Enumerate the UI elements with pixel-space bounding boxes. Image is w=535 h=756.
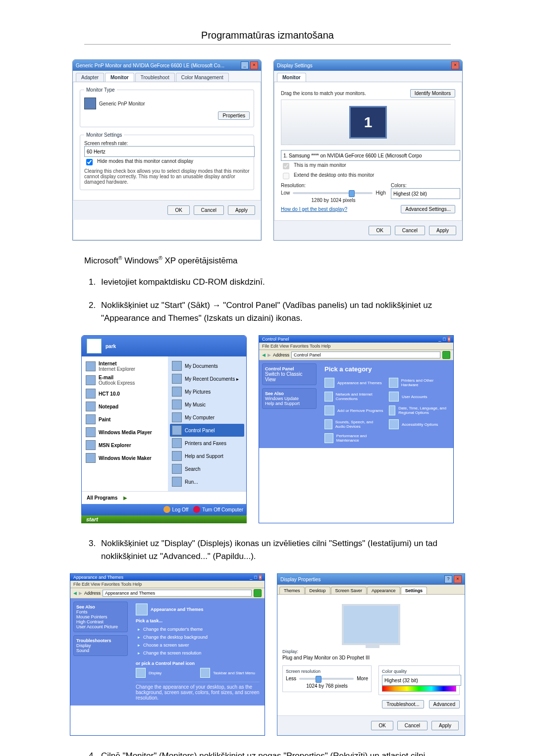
category-item[interactable]: Performance and Maintenance — [324, 433, 384, 443]
start-item[interactable]: Paint — [84, 413, 166, 426]
monitor-layout[interactable]: 1 — [281, 100, 455, 145]
apply-button[interactable]: Apply — [228, 205, 255, 215]
tab-colormgmt[interactable]: Color Management — [176, 73, 229, 82]
task-link[interactable]: ▸ Change the computer's theme — [136, 625, 260, 633]
cancel-button[interactable]: Cancel — [395, 226, 425, 235]
side-item[interactable]: Display — [76, 643, 91, 648]
task-link[interactable]: ▸ Choose a screen saver — [136, 641, 260, 649]
start-item[interactable]: E-mailOutlook Express — [84, 373, 166, 387]
max-button[interactable]: □ — [254, 575, 257, 580]
category-item[interactable]: Sounds, Speech, and Audio Devices — [324, 419, 384, 429]
category-item[interactable]: User Accounts — [389, 392, 448, 402]
apply-button[interactable]: Apply — [431, 721, 459, 730]
cp-icon-taskbar[interactable]: Taskbar and Start Menu — [200, 668, 260, 678]
all-programs[interactable]: All Programs ▶ — [85, 494, 243, 502]
start-button[interactable]: start — [81, 515, 247, 523]
close-button[interactable]: × — [250, 61, 258, 69]
tab-monitor[interactable]: Monitor — [277, 73, 306, 82]
tab-screensaver[interactable]: Screen Saver — [331, 587, 367, 594]
start-item[interactable]: Windows Movie Maker — [84, 452, 166, 464]
tab-appearance[interactable]: Appearance — [367, 587, 400, 594]
color-quality-select[interactable]: Highest (32 bit) — [382, 675, 461, 686]
tab-monitor[interactable]: Monitor — [105, 73, 134, 82]
refresh-select[interactable]: 60 Hertz — [84, 146, 255, 157]
category-item[interactable]: Network and Internet Connections — [324, 392, 384, 402]
properties-button[interactable]: Properties — [218, 111, 250, 120]
fwd-icon[interactable]: ▶ — [268, 353, 271, 357]
troubleshoot-button[interactable]: Troubleshoot... — [382, 700, 424, 708]
start-item[interactable]: Help and Support — [170, 450, 244, 462]
switch-classic-link[interactable]: Switch to Classic View — [265, 371, 303, 382]
colors-select[interactable]: Highest (32 bit) — [391, 188, 460, 199]
monitor-icon-1[interactable]: 1 — [349, 106, 387, 139]
back-icon[interactable]: ◀ — [262, 353, 266, 357]
ok-button[interactable]: OK — [167, 205, 189, 215]
start-item[interactable]: My Documents — [170, 359, 244, 372]
close-button[interactable]: × — [451, 61, 459, 69]
ok-button[interactable]: OK — [369, 226, 390, 235]
min-button[interactable]: _ — [438, 337, 441, 342]
start-item[interactable]: My Music — [170, 398, 244, 411]
cancel-button[interactable]: Cancel — [194, 205, 224, 215]
hide-modes-checkbox[interactable] — [86, 159, 93, 165]
side-item[interactable]: Help and Support — [265, 401, 300, 406]
advanced-button[interactable]: Advanced Settings... — [401, 205, 455, 213]
monitor-select[interactable]: 1. Samsung **** on NVIDIA GeForce 6600 L… — [281, 150, 460, 161]
identify-button[interactable]: Identify Monitors — [410, 89, 455, 98]
task-link[interactable]: ▸ Change the screen resolution — [136, 649, 260, 657]
start-item[interactable]: Notepad — [84, 400, 166, 413]
close-button[interactable]: × — [454, 575, 462, 583]
min-button[interactable]: _ — [250, 575, 252, 580]
tab-themes[interactable]: Themes — [279, 587, 305, 594]
address-field[interactable]: Appearance and Themes — [103, 590, 252, 597]
side-item[interactable]: User Account Picture — [76, 624, 118, 629]
tab-troubleshoot[interactable]: Troubleshoot — [135, 73, 175, 82]
cp-icon-display[interactable]: Display — [136, 668, 195, 678]
help-button[interactable]: ? — [444, 575, 452, 583]
task-link[interactable]: ▸ Change the desktop background — [136, 633, 260, 641]
start-item[interactable]: Windows Media Player — [84, 426, 166, 439]
max-button[interactable]: □ — [443, 337, 445, 342]
category-item[interactable]: Appearance and Themes — [324, 378, 384, 388]
start-item[interactable]: Printers and Faxes — [170, 437, 244, 450]
category-item[interactable]: Printers and Other Hardware — [389, 378, 448, 388]
resolution-slider[interactable]: Low High — [281, 190, 386, 196]
close-button[interactable]: × — [259, 575, 262, 580]
fwd-icon[interactable]: ▶ — [79, 591, 82, 596]
tab-settings[interactable]: Settings — [401, 587, 428, 594]
start-item[interactable]: My Pictures — [170, 385, 244, 398]
best-display-link[interactable]: How do I get the best display? — [281, 206, 347, 212]
screen-res-slider[interactable]: Less More — [286, 676, 368, 681]
address-field[interactable]: Control Panel — [291, 352, 440, 358]
menubar[interactable]: File Edit View Favorites Tools Help — [70, 581, 265, 588]
apply-button[interactable]: Apply — [429, 226, 456, 235]
start-item[interactable]: MSN Explorer — [84, 439, 166, 452]
category-item[interactable]: Add or Remove Programs — [324, 405, 384, 415]
start-item[interactable]: My Computer — [170, 411, 244, 424]
category-item[interactable]: Accessibility Options — [389, 419, 448, 429]
ok-button[interactable]: OK — [371, 721, 393, 730]
side-item[interactable]: Sound — [76, 648, 89, 653]
side-item[interactable]: Windows Update — [265, 396, 299, 401]
start-item[interactable]: My Recent Documents ▸ — [170, 372, 244, 385]
side-item[interactable]: Fonts — [76, 609, 88, 614]
start-item[interactable]: Run... — [170, 475, 244, 488]
side-item[interactable]: Mouse Pointers — [76, 614, 107, 619]
start-item[interactable]: Search — [170, 462, 244, 475]
min-button[interactable]: _ — [241, 61, 249, 69]
side-item[interactable]: High Contrast — [76, 619, 104, 624]
close-button[interactable]: × — [448, 337, 450, 342]
go-button[interactable] — [254, 589, 262, 597]
advanced-button[interactable]: Advanced — [429, 700, 460, 708]
tab-desktop[interactable]: Desktop — [305, 587, 330, 594]
start-item[interactable]: InternetInternet Explorer — [84, 359, 166, 373]
log-off-button[interactable]: Log Off — [163, 506, 189, 513]
cancel-button[interactable]: Cancel — [397, 721, 428, 730]
start-item[interactable]: HCT 10.0 — [84, 387, 166, 400]
tab-adapter[interactable]: Adapter — [76, 73, 104, 82]
turn-off-button[interactable]: Turn Off Computer — [193, 506, 243, 513]
back-icon[interactable]: ◀ — [73, 591, 77, 596]
start-item[interactable]: Control Panel — [170, 424, 244, 437]
category-item[interactable]: Date, Time, Language, and Regional Optio… — [389, 405, 448, 415]
go-button[interactable] — [442, 351, 450, 359]
